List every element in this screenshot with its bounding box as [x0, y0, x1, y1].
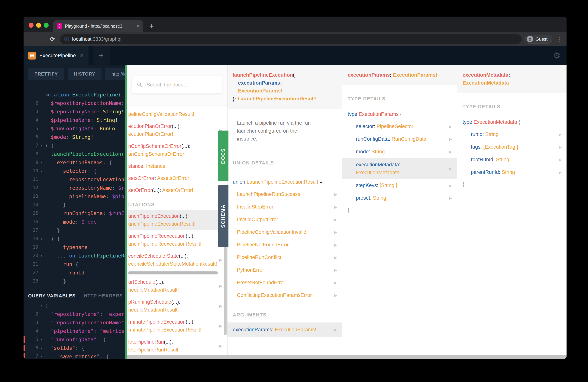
- query-editor[interactable]: 1mutation ExecutePipeline(2 $repositoryL…: [23, 90, 125, 285]
- code-line[interactable]: 5▾ "runConfigData": {: [23, 335, 125, 344]
- docs-horizontal-scrollbar[interactable]: [127, 355, 567, 359]
- new-tab-button[interactable]: +: [149, 21, 154, 31]
- history-button[interactable]: HISTORY: [68, 68, 102, 80]
- code-line[interactable]: 14 }: [23, 201, 125, 209]
- docs-field-item[interactable]: stance: Instance!▶: [128, 160, 227, 172]
- code-line[interactable]: 20▾ ... on LaunchPipelineRe: [23, 252, 125, 260]
- code-line[interactable]: 4 "pipelineName": "metrics: [23, 327, 125, 335]
- browser-tab[interactable]: Playground - http://localhost:3 ✕: [53, 20, 143, 32]
- union-member-item[interactable]: ConflictingExecutionParamsError▶: [228, 289, 342, 301]
- playground-tab-close-icon[interactable]: ✕: [80, 53, 84, 59]
- code-line[interactable]: 1▾{: [23, 301, 125, 310]
- browser-menu-icon[interactable]: ⋮: [556, 36, 562, 42]
- union-member-item[interactable]: InvalidStepError▶: [228, 201, 342, 213]
- fold-arrow-icon[interactable]: ▾: [38, 234, 45, 243]
- union-member-item[interactable]: PipelineNotFoundError▶: [228, 238, 342, 251]
- settings-gear-icon[interactable]: ⚙: [553, 51, 561, 60]
- code-line[interactable]: 7▾) {: [23, 141, 125, 150]
- back-icon[interactable]: ←: [28, 36, 34, 42]
- code-line[interactable]: 1mutation ExecutePipeline(: [23, 90, 125, 99]
- docs-field-item[interactable]: concileSchedulerState(...):econcileSched…: [128, 250, 227, 270]
- close-window-button[interactable]: [29, 23, 34, 28]
- docs-field-item[interactable]: pelineConfigValidationResult!: [128, 108, 227, 120]
- code-line[interactable]: 3 $repositoryName: String!: [23, 107, 125, 116]
- tab-query-variables[interactable]: QUERY VARIABLES: [28, 293, 76, 298]
- union-member-item[interactable]: LaunchPipelineRunSuccess▶: [228, 188, 342, 201]
- code-line[interactable]: 16 mode: $mode: [23, 217, 125, 226]
- code-line[interactable]: 2 $repositoryLocationName:: [23, 99, 125, 107]
- tab-docs[interactable]: DOCS: [218, 130, 229, 181]
- tab-close-icon[interactable]: ✕: [136, 23, 140, 29]
- code-line[interactable]: 10▾ selector: {: [23, 167, 125, 175]
- code-line[interactable]: 2 "repositoryName": "exper: [23, 310, 125, 318]
- fold-arrow-icon[interactable]: ▾: [38, 344, 45, 352]
- code-line[interactable]: 15 runConfigData: $runC: [23, 209, 125, 217]
- type-field-row[interactable]: runConfigData: RunConfigData▶: [342, 133, 457, 146]
- endpoint-input[interactable]: http://loc: [105, 68, 125, 80]
- url-field[interactable]: ⓘ localhost :3333/graphql: [60, 34, 522, 44]
- docs-field-item[interactable]: setsOrError: AssetsOrError!▶: [128, 172, 227, 184]
- fold-arrow-icon[interactable]: ▾: [38, 301, 45, 310]
- variables-editor[interactable]: 1▾{2 "repositoryName": "exper3 "reposito…: [23, 301, 125, 359]
- type-field-row[interactable]: mode: String▶: [342, 146, 457, 158]
- tab-http-headers[interactable]: HTTP HEADERS: [84, 293, 123, 298]
- forward-icon[interactable]: →: [39, 36, 45, 42]
- site-info-icon[interactable]: ⓘ: [64, 36, 69, 42]
- fold-arrow-icon[interactable]: ▾: [38, 167, 45, 175]
- playground-tab[interactable]: M ExecutePipeline ✕: [23, 46, 88, 65]
- docs-search-box[interactable]: [132, 76, 222, 94]
- code-line[interactable]: 4 $pipelineName: String!: [23, 116, 125, 124]
- docs-field-item[interactable]: rminatePipelineExecution(...):rminatePip…: [128, 316, 227, 336]
- union-member-item[interactable]: PresetNotFoundError▶: [228, 276, 342, 289]
- docs-search-input[interactable]: [146, 82, 217, 88]
- docs-field-item[interactable]: setOrError(...): AssetOrError!▶: [128, 184, 227, 196]
- profile-button[interactable]: Guest: [525, 35, 552, 44]
- type-field-row[interactable]: runId: String▶: [457, 128, 567, 141]
- code-line[interactable]: 18▾ ) {: [23, 234, 125, 243]
- docs-field-item[interactable]: letePipelineRun(...):letePipelineRunResu…: [128, 336, 227, 356]
- fold-arrow-icon[interactable]: ▾: [38, 335, 45, 344]
- code-line[interactable]: 21 run {: [23, 260, 125, 268]
- reload-icon[interactable]: ⟳: [50, 36, 55, 43]
- fold-arrow-icon[interactable]: ▾: [38, 158, 45, 167]
- fold-arrow-icon[interactable]: ▾: [38, 352, 45, 359]
- playground-new-tab-button[interactable]: +: [93, 46, 110, 65]
- docs-field-item[interactable]: unchPipelineReexecution(...):unchPipelin…: [128, 230, 227, 250]
- union-member-item[interactable]: InvalidOutputError▶: [228, 213, 342, 226]
- docs-field-item[interactable]: pRunningSchedule(...):heduleMutationResu…: [128, 296, 227, 316]
- tab-schema[interactable]: SCHEMA: [218, 185, 229, 247]
- code-line[interactable]: 6 $mode: String!: [23, 133, 125, 141]
- docs-field-item[interactable]: unchPipelineExecution(...):unchPipelineE…: [128, 210, 227, 230]
- code-line[interactable]: 7▾ "save_metrics": {: [23, 352, 125, 359]
- code-line[interactable]: 11 repositoryLocationName:: [23, 175, 125, 184]
- type-field-row[interactable]: rootRunId: String▶: [457, 153, 567, 166]
- col1-inline-horizontal-scrollbar[interactable]: [128, 272, 218, 275]
- code-line[interactable]: 19 __typename: [23, 243, 125, 252]
- type-field-row[interactable]: stepKeys: [String!]▶: [342, 179, 457, 192]
- docs-field-item[interactable]: artSchedule(...):heduleMutationResult!▶: [128, 276, 227, 296]
- code-line[interactable]: 23 }: [23, 277, 125, 285]
- code-line[interactable]: 5 $runConfigData: RunCo: [23, 124, 125, 133]
- minimize-window-button[interactable]: [36, 23, 41, 28]
- code-line[interactable]: 17 }: [23, 226, 125, 234]
- fold-arrow-icon[interactable]: ▾: [38, 141, 45, 150]
- type-field-row[interactable]: executionMetadata:ExecutionMetadata▶: [342, 158, 457, 179]
- union-member-item[interactable]: PipelineConfigValidationInvalid▶: [228, 226, 342, 238]
- code-line[interactable]: 22 runId: [23, 268, 125, 277]
- type-field-row[interactable]: selector: PipelineSelector!▶: [342, 120, 457, 133]
- argument-row[interactable]: ▶executionParams: ExecutionParams!: [228, 322, 342, 337]
- fold-arrow-icon[interactable]: ▾: [38, 252, 45, 260]
- type-field-row[interactable]: parentRunId: String▶: [457, 166, 567, 179]
- maximize-window-button[interactable]: [44, 23, 49, 28]
- docs-field-item[interactable]: nConfigSchemaOrError(...):unConfigSchema…: [128, 140, 227, 160]
- code-line[interactable]: 3 "repositoryLocationName":: [23, 318, 125, 327]
- union-member-item[interactable]: PythonError▶: [228, 264, 342, 276]
- type-field-row[interactable]: preset: String▶: [342, 192, 457, 204]
- code-line[interactable]: 13 pipelineName: $pip: [23, 192, 125, 201]
- prettify-button[interactable]: PRETTIFY: [28, 68, 64, 80]
- docs-field-item[interactable]: ecutionPlanOrError(...):ecutionPlanOrErr…: [128, 120, 227, 140]
- code-line[interactable]: 9▾ executionParams: {: [23, 158, 125, 167]
- code-line[interactable]: 8 launchPipelineExecution(: [23, 150, 125, 158]
- type-field-row[interactable]: tags: [ExecutionTag!]▶: [457, 141, 567, 153]
- code-line[interactable]: 6▾ "solids": {: [23, 344, 125, 352]
